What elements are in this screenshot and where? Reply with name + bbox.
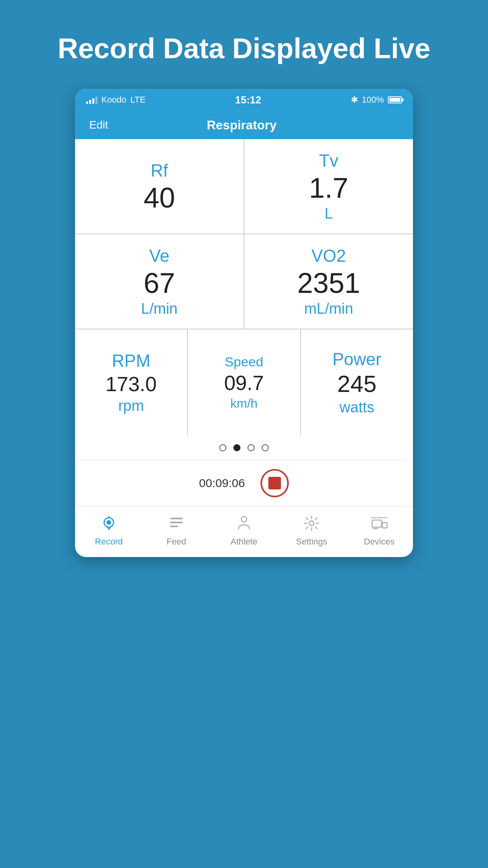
rf-label: Rf bbox=[151, 161, 168, 180]
metric-tv: Tv 1.7 L bbox=[244, 139, 413, 234]
metric-power: Power 245 watts bbox=[301, 329, 413, 436]
bluetooth-icon: ✱ bbox=[351, 95, 358, 105]
record-stop-button[interactable] bbox=[261, 469, 289, 497]
rpm-value: 173.0 bbox=[106, 374, 157, 394]
tv-value: 1.7 bbox=[309, 174, 348, 202]
time-display: 15:12 bbox=[235, 94, 261, 106]
network: LTE bbox=[130, 95, 146, 105]
status-bar: Koodo LTE 15:12 ✱ 100% bbox=[75, 89, 413, 111]
dot-1[interactable] bbox=[219, 444, 226, 451]
svg-rect-5 bbox=[170, 518, 183, 519]
svg-point-1 bbox=[106, 520, 111, 525]
tab-settings-label: Settings bbox=[296, 537, 327, 547]
rpm-unit: rpm bbox=[118, 397, 144, 414]
tab-record[interactable]: Record bbox=[75, 506, 143, 557]
status-left: Koodo LTE bbox=[86, 95, 145, 105]
metric-vo2: VO2 2351 mL/min bbox=[244, 234, 413, 329]
tab-athlete-label: Athlete bbox=[231, 537, 258, 547]
power-label: Power bbox=[332, 349, 382, 369]
pagination bbox=[75, 436, 413, 460]
svg-rect-7 bbox=[170, 526, 178, 527]
metric-row-1: Rf 40 Tv 1.7 L bbox=[75, 139, 413, 234]
dot-3[interactable] bbox=[248, 444, 255, 451]
phone-frame: Koodo LTE 15:12 ✱ 100% Edit Respiratory … bbox=[75, 89, 413, 557]
tab-record-label: Record bbox=[95, 537, 123, 547]
svg-point-9 bbox=[309, 521, 314, 526]
carrier: Koodo bbox=[101, 95, 127, 105]
tab-bar: Record Feed Athlete bbox=[75, 506, 413, 557]
vo2-value: 2351 bbox=[297, 269, 360, 297]
tab-devices[interactable]: Devices bbox=[345, 506, 413, 557]
battery-icon bbox=[388, 96, 402, 103]
athlete-icon bbox=[234, 513, 254, 533]
status-right: ✱ 100% bbox=[351, 95, 402, 105]
power-unit: watts bbox=[339, 399, 374, 416]
stop-icon bbox=[268, 477, 281, 489]
vo2-unit: mL/min bbox=[304, 300, 353, 317]
ve-value: 67 bbox=[143, 269, 175, 297]
feed-icon bbox=[166, 513, 187, 533]
tv-unit: L bbox=[325, 205, 333, 222]
battery-percent: 100% bbox=[362, 95, 384, 105]
nav-bar: Edit Respiratory bbox=[75, 111, 413, 139]
svg-rect-10 bbox=[372, 520, 382, 527]
svg-point-8 bbox=[241, 517, 247, 522]
metric-ve: Ve 67 L/min bbox=[75, 234, 244, 329]
timer-row: 00:09:06 bbox=[75, 460, 413, 506]
speed-value: 09.7 bbox=[224, 373, 264, 393]
tab-athlete[interactable]: Athlete bbox=[210, 506, 278, 557]
svg-rect-11 bbox=[382, 522, 387, 528]
signal-bars bbox=[86, 96, 97, 104]
tv-label: Tv bbox=[319, 151, 338, 171]
metric-row-3: RPM 173.0 rpm Speed 09.7 km/h Power 245 … bbox=[75, 329, 413, 436]
tab-devices-label: Devices bbox=[364, 537, 394, 547]
svg-rect-6 bbox=[170, 522, 183, 523]
power-value: 245 bbox=[337, 372, 376, 396]
dot-2[interactable] bbox=[233, 444, 240, 451]
tab-feed-label: Feed bbox=[167, 537, 186, 547]
metric-rpm: RPM 173.0 rpm bbox=[75, 329, 188, 436]
metric-row-2: Ve 67 L/min VO2 2351 mL/min bbox=[75, 234, 413, 329]
ve-label: Ve bbox=[149, 246, 169, 266]
screen-title: Respiratory bbox=[207, 118, 277, 132]
devices-icon bbox=[369, 513, 389, 533]
timer-display: 00:09:06 bbox=[199, 476, 245, 490]
speed-unit: km/h bbox=[230, 396, 257, 411]
settings-icon bbox=[301, 513, 322, 533]
metric-speed: Speed 09.7 km/h bbox=[188, 329, 301, 436]
speed-label: Speed bbox=[225, 354, 263, 370]
ve-unit: L/min bbox=[141, 300, 178, 317]
vo2-label: VO2 bbox=[311, 246, 346, 266]
rf-value: 40 bbox=[143, 184, 175, 212]
tab-settings[interactable]: Settings bbox=[278, 506, 345, 557]
metric-rf: Rf 40 bbox=[75, 139, 244, 234]
rpm-label: RPM bbox=[112, 351, 150, 371]
data-grid: Rf 40 Tv 1.7 L Ve 67 L/min VO2 2351 mL/m… bbox=[75, 139, 413, 436]
record-icon bbox=[99, 513, 119, 533]
tab-feed[interactable]: Feed bbox=[143, 506, 210, 557]
edit-button[interactable]: Edit bbox=[89, 119, 108, 131]
page-title: Record Data Displayed Live bbox=[34, 31, 454, 65]
dot-4[interactable] bbox=[262, 444, 269, 451]
